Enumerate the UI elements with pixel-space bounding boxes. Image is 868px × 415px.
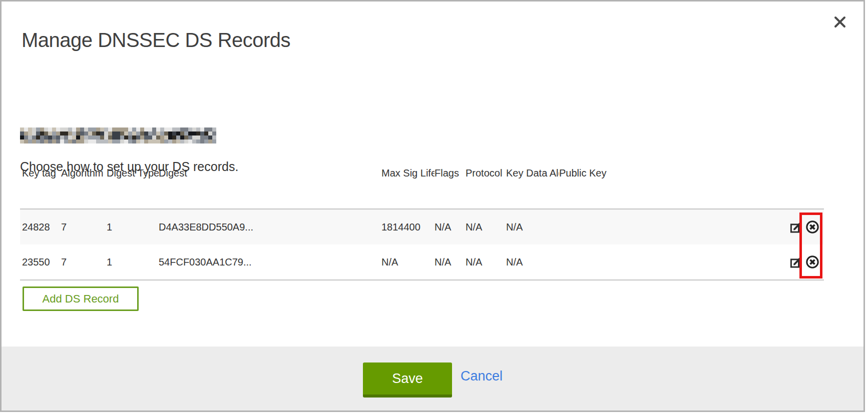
cell-protocol: N/A: [466, 256, 506, 268]
redaction-pixel: [136, 140, 140, 144]
redaction-pixel: [168, 140, 172, 144]
redaction-pixel: [92, 136, 96, 140]
redaction-pixel: [128, 132, 132, 136]
edit-record-button[interactable]: [789, 220, 803, 234]
redaction-pixel: [52, 132, 56, 136]
redaction-pixel: [176, 128, 180, 132]
redaction-pixel: [96, 128, 100, 132]
close-icon[interactable]: [832, 14, 848, 30]
redaction-pixel: [60, 136, 64, 140]
row-actions: [789, 255, 819, 269]
redaction-pixel: [140, 140, 144, 144]
redaction-pixel: [148, 128, 152, 132]
redaction-pixel: [96, 132, 100, 136]
redaction-pixel: [116, 136, 120, 140]
redaction-pixel: [104, 140, 108, 144]
redaction-pixel: [200, 136, 204, 140]
redaction-pixel: [192, 136, 196, 140]
redaction-pixel: [116, 140, 120, 144]
redaction-pixel: [180, 136, 184, 140]
redaction-pixel: [112, 128, 116, 132]
redaction-pixel: [72, 128, 76, 132]
redaction-pixel: [148, 132, 152, 136]
redaction-pixel: [68, 128, 72, 132]
redaction-pixel: [80, 132, 84, 136]
redaction-pixel: [152, 132, 156, 136]
redaction-pixel: [120, 128, 124, 132]
redaction-pixel: [64, 132, 68, 136]
redaction-pixel: [20, 132, 24, 136]
redaction-pixel: [100, 128, 104, 132]
redaction-pixel: [116, 128, 120, 132]
redaction-pixel: [112, 136, 116, 140]
edit-record-button[interactable]: [789, 255, 803, 269]
redaction-pixel: [188, 132, 192, 136]
redaction-pixel: [108, 136, 112, 140]
redaction-pixel: [180, 140, 184, 144]
redaction-pixel: [148, 140, 152, 144]
redaction-pixel: [192, 128, 196, 132]
delete-record-button[interactable]: [805, 220, 819, 234]
redaction-pixel: [184, 136, 188, 140]
redaction-pixel: [132, 140, 136, 144]
redaction-pixel: [64, 140, 68, 144]
redaction-pixel: [36, 128, 40, 132]
redaction-pixel: [156, 132, 160, 136]
redaction-pixel: [80, 128, 84, 132]
table-bottom-border: [20, 280, 824, 280]
redaction-pixel: [140, 132, 144, 136]
redaction-pixel: [164, 132, 168, 136]
redaction-pixel: [48, 140, 52, 144]
redaction-pixel: [172, 136, 176, 140]
cell-key-tag: 23550: [22, 256, 61, 268]
redaction-pixel: [156, 136, 160, 140]
redaction-pixel: [32, 132, 36, 136]
cell-protocol: N/A: [466, 222, 506, 233]
column-header-max-sig-life: Max Sig Life: [381, 168, 435, 179]
cancel-link[interactable]: Cancel: [461, 368, 503, 384]
redaction-pixel: [132, 132, 136, 136]
add-ds-record-button[interactable]: Add DS Record: [23, 286, 139, 311]
redaction-pixel: [124, 132, 128, 136]
redaction-pixel: [84, 136, 88, 140]
redaction-pixel: [160, 132, 164, 136]
redaction-pixel: [140, 136, 144, 140]
redaction-pixel: [120, 140, 124, 144]
redaction-pixel: [84, 132, 88, 136]
redaction-pixel: [84, 128, 88, 132]
redaction-pixel: [128, 140, 132, 144]
redaction-pixel: [48, 136, 52, 140]
redaction-pixel: [144, 136, 148, 140]
delete-circle-x-icon: [805, 220, 819, 234]
redaction-pixel: [52, 128, 56, 132]
redaction-pixel: [104, 132, 108, 136]
column-header-public-key: Public Key: [559, 168, 824, 179]
cell-digest: 54FCF030AA1C79...: [159, 256, 381, 268]
cell-digest-type: 1: [107, 222, 159, 233]
redaction-pixel: [32, 140, 36, 144]
delete-record-button[interactable]: [805, 255, 819, 269]
redaction-pixel: [164, 140, 168, 144]
redaction-pixel: [44, 128, 48, 132]
edit-pencil-icon: [789, 256, 803, 269]
redaction-pixel: [44, 132, 48, 136]
redaction-pixel: [124, 140, 128, 144]
redaction-pixel: [36, 140, 40, 144]
redaction-pixel: [184, 132, 188, 136]
redaction-pixel: [32, 128, 36, 132]
redaction-pixel: [148, 136, 152, 140]
edit-pencil-icon: [789, 220, 803, 234]
save-button[interactable]: Save: [363, 362, 452, 398]
cell-key-tag: 24828: [22, 222, 61, 233]
redaction-pixel: [112, 132, 116, 136]
redaction-pixel: [168, 128, 172, 132]
table-row: 23550 7 1 54FCF030AA1C79... N/A N/A N/A …: [20, 244, 824, 280]
redaction-pixel: [64, 128, 68, 132]
redaction-pixel: [128, 128, 132, 132]
column-header-digest: Digest: [159, 168, 381, 179]
redaction-pixel: [152, 140, 156, 144]
redaction-pixel: [196, 140, 200, 144]
redaction-pixel: [212, 132, 216, 136]
redaction-pixel: [108, 128, 112, 132]
column-header-protocol: Protocol: [466, 168, 506, 179]
